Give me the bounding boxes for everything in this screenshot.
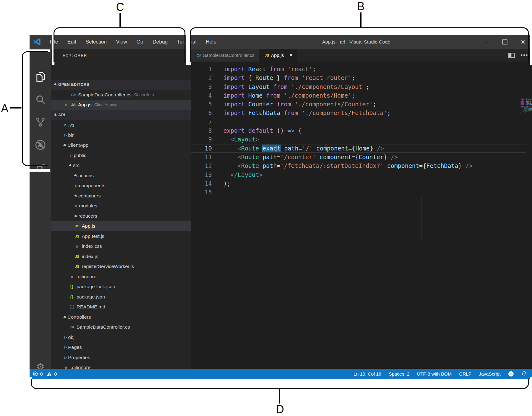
js-file-icon: JS — [70, 100, 77, 110]
line-text: <Route exact path='/' component={Home} /… — [223, 144, 384, 153]
folder-public[interactable]: ▷public — [51, 150, 191, 161]
code-line-13[interactable]: 13 </Layout> — [191, 170, 526, 179]
file-package.json[interactable]: {}package.json — [51, 292, 191, 302]
folder-.vs[interactable]: ▷.vs — [51, 120, 191, 130]
feedback-smiley-icon[interactable] — [508, 371, 514, 377]
status-cursor-position[interactable]: Ln 10, Col 16 — [353, 371, 381, 377]
status-eol[interactable]: CRLF — [459, 371, 471, 377]
problems-indicator[interactable]: 0 0 — [33, 371, 57, 377]
folder-actions[interactable]: actions — [51, 171, 191, 181]
folder-label: components — [79, 181, 105, 191]
code-line-7[interactable]: 7 — [191, 118, 526, 126]
status-indentation[interactable]: Spaces: 2 — [389, 371, 409, 377]
line-number: 10 — [191, 144, 223, 153]
code-line-6[interactable]: 6import FetchData from './components/Fet… — [191, 109, 526, 117]
code-line-14[interactable]: 14); — [191, 179, 526, 188]
json-file-icon: {} — [68, 282, 75, 292]
js-file-icon: JS — [74, 221, 81, 231]
folder-src[interactable]: src — [51, 160, 191, 171]
status-encoding[interactable]: UTF-8 with BOM — [417, 371, 452, 377]
code-editor[interactable]: 1import React from 'react';2import { Rou… — [191, 62, 532, 369]
line-text: <Route path='/fetchdata/:startDateIndex?… — [223, 161, 473, 170]
status-right-items: Ln 10, Col 16Spaces: 2UTF-8 with BOMCRLF… — [353, 371, 532, 377]
folder-bin[interactable]: ▷bin — [51, 130, 191, 141]
folder-Controllers[interactable]: Controllers — [51, 312, 191, 322]
code-line-8[interactable]: 8export default () => ( — [191, 126, 526, 135]
file-registerServiceWorker.js[interactable]: JSregisterServiceWorker.js — [51, 261, 191, 272]
file-App.js[interactable]: JSApp.js — [51, 221, 191, 231]
code-line-2[interactable]: 2import { Route } from 'react-router'; — [191, 73, 526, 82]
editor-group: C#SampleDataController.csJSApp.js× ••• 1… — [191, 49, 532, 369]
callout-a-connector — [10, 107, 21, 109]
close-editor-icon[interactable]: × — [62, 100, 70, 110]
code-line-9[interactable]: 9 <Layout> — [191, 135, 526, 144]
file-.gitignore[interactable]: ◆.gitignore — [51, 272, 191, 282]
explorer-sidebar: EXPLORER OPEN EDITORSC#SampleDataControl… — [51, 49, 191, 369]
folder-obj[interactable]: ▷obj — [51, 332, 191, 343]
callout-b-bracket — [190, 27, 529, 62]
line-text: import Counter from './components/Counte… — [223, 100, 376, 109]
file-index.css[interactable]: #index.css — [51, 241, 191, 252]
folder-components[interactable]: ▷components — [51, 181, 191, 191]
callout-b-connector — [360, 12, 362, 27]
file-tree: OPEN EDITORSC#SampleDataController.csCon… — [51, 80, 191, 369]
section-arl[interactable]: ARL — [51, 110, 191, 120]
open-editor-App.js[interactable]: ×JSApp.jsClientApp\src — [51, 100, 191, 110]
line-text: <Layout> — [223, 135, 259, 144]
file-label: App.test.js — [82, 231, 104, 242]
file-label: index.js — [82, 252, 98, 262]
section-open-editors[interactable]: OPEN EDITORS — [51, 80, 191, 90]
error-icon — [33, 371, 38, 377]
file-App.test.js[interactable]: JSApp.test.js — [51, 231, 191, 242]
notifications-bell-icon[interactable] — [521, 371, 527, 377]
file-SampleDataController.cs[interactable]: C#SampleDataController.cs — [51, 322, 191, 332]
folder-Pages[interactable]: ▷Pages — [51, 342, 191, 353]
folder-collapsed-icon: ▷ — [63, 130, 68, 141]
folder-expanded-icon — [63, 143, 67, 147]
code-line-3[interactable]: 3import Layout from './components/Layout… — [191, 82, 526, 91]
callout-label-b: B — [355, 0, 367, 13]
cs-file-icon: C# — [68, 322, 75, 332]
folder-label: public — [74, 150, 86, 161]
file-.gitignore[interactable]: ◆.gitignore — [51, 363, 191, 369]
minimap[interactable]: import React from 'react';import { Route… — [520, 99, 532, 114]
folder-collapsed-icon: ▷ — [69, 150, 74, 161]
status-language-mode[interactable]: JavaScript — [479, 371, 501, 377]
line-number: 8 — [191, 126, 223, 135]
line-number: 2 — [191, 73, 223, 82]
line-text: import Layout from './components/Layout'… — [223, 82, 369, 91]
file-package-lock.json[interactable]: {}package-lock.json — [51, 282, 191, 292]
js-file-icon: JS — [74, 261, 81, 272]
code-line-10[interactable]: 10 <Route exact path='/' component={Home… — [191, 144, 526, 153]
vscode-window: FileEditSelectionViewGoDebugTerminalHelp… — [30, 35, 532, 379]
indent-guide — [422, 196, 422, 241]
open-editor-SampleDataController.cs[interactable]: C#SampleDataController.csControllers — [51, 90, 191, 100]
folder-reducers[interactable]: reducers — [51, 211, 191, 221]
file-index.js[interactable]: JSindex.js — [51, 252, 191, 262]
folder-collapsed-icon: ▷ — [63, 332, 68, 343]
line-text: ); — [223, 179, 231, 188]
folder-modules[interactable]: ▷modules — [51, 201, 191, 211]
code-line-15[interactable]: 15 — [191, 188, 526, 196]
js-file-icon: JS — [74, 252, 81, 262]
open-editor-path: Controllers — [134, 90, 154, 100]
folder-expanded-icon — [74, 173, 78, 178]
code-line-11[interactable]: 11 <Route path='/counter' component={Cou… — [191, 153, 526, 161]
section-label: OPEN EDITORS — [58, 80, 89, 90]
folder-label: .vs — [68, 120, 74, 130]
callout-label-d: D — [274, 403, 286, 416]
file-label: README.md — [77, 302, 105, 312]
file-label: registerServiceWorker.js — [82, 261, 134, 272]
code-line-5[interactable]: 5import Counter from './components/Count… — [191, 100, 526, 109]
error-count: 0 — [40, 371, 43, 377]
vscode-logo — [33, 38, 41, 46]
folder-containers[interactable]: containers — [51, 191, 191, 201]
folder-label: reducers — [78, 211, 97, 221]
folder-ClientApp[interactable]: ClientApp — [51, 140, 191, 150]
code-line-4[interactable]: 4import Home from './components/Home'; — [191, 91, 526, 100]
code-line-1[interactable]: 1import React from 'react'; — [191, 65, 526, 73]
js-file-icon: JS — [74, 231, 81, 242]
file-README.md[interactable]: ⓘREADME.md — [51, 302, 191, 312]
folder-Properties[interactable]: ▷Properties — [51, 353, 191, 363]
code-line-12[interactable]: 12 <Route path='/fetchdata/:startDateInd… — [191, 161, 526, 170]
